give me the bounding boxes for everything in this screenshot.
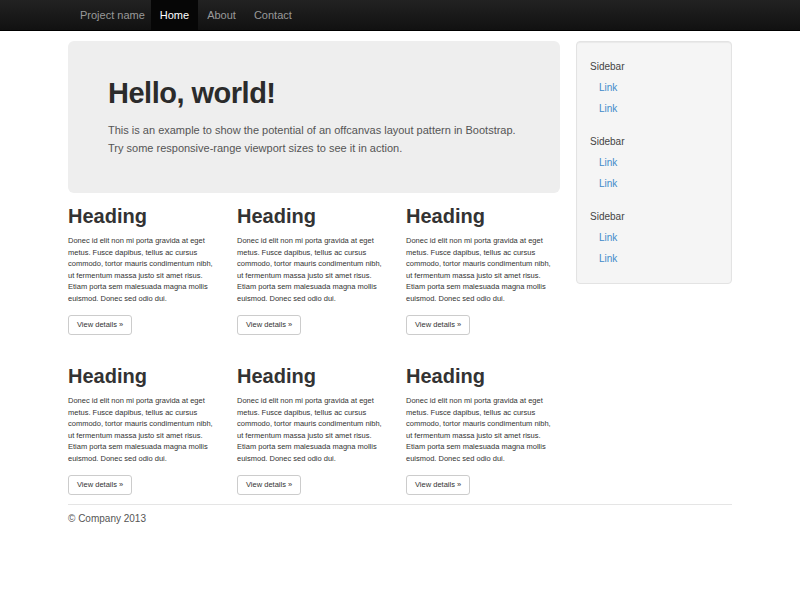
sidebar-link[interactable]: Link [577,77,731,98]
view-details-button[interactable]: View details » [68,315,132,335]
sidebar-group-header: Sidebar [577,56,731,77]
sidebar-link[interactable]: Link [577,248,731,269]
cards-grid: Heading Donec id elit non mi porta gravi… [68,205,560,495]
sidebar-well: Sidebar LinkLink Sidebar LinkLink Sideba… [576,41,732,284]
view-details-button[interactable]: View details » [68,475,132,495]
nav-item-contact[interactable]: Contact [245,0,301,30]
copyright-text: © Company 2013 [68,513,732,524]
card-heading: Heading [237,365,390,387]
nav-item-about[interactable]: About [198,0,245,30]
footer: © Company 2013 [68,504,732,524]
sidebar-link[interactable]: Link [577,227,731,248]
card-body-text: Donec id elit non mi porta gravida at eg… [68,395,218,464]
sidebar-group: Sidebar LinkLink [577,206,731,269]
navbar-brand[interactable]: Project name [68,0,151,30]
navbar-menu: Home About Contact [151,0,301,30]
card-heading: Heading [68,205,221,227]
card-heading: Heading [68,365,221,387]
jumbotron-title: Hello, world! [108,77,520,109]
content-card: Heading Donec id elit non mi porta gravi… [406,365,559,495]
card-body-text: Donec id elit non mi porta gravida at eg… [237,395,387,464]
sidebar-link[interactable]: Link [577,98,731,119]
nav-item: Contact [245,0,301,30]
sidebar: Sidebar LinkLink Sidebar LinkLink Sideba… [576,41,732,495]
view-details-button[interactable]: View details » [406,475,470,495]
card-heading: Heading [406,365,559,387]
card-heading: Heading [406,205,559,227]
card-body-text: Donec id elit non mi porta gravida at eg… [68,235,218,304]
card-body-text: Donec id elit non mi porta gravida at eg… [406,235,556,304]
view-details-button[interactable]: View details » [237,475,301,495]
card-body-text: Donec id elit non mi porta gravida at eg… [406,395,556,464]
jumbotron: Hello, world! This is an example to show… [68,41,560,193]
sidebar-link[interactable]: Link [577,152,731,173]
view-details-button[interactable]: View details » [406,315,470,335]
content-card: Heading Donec id elit non mi porta gravi… [406,205,559,335]
content-card: Heading Donec id elit non mi porta gravi… [68,205,221,335]
content-card: Heading Donec id elit non mi porta gravi… [237,205,390,335]
content-card: Heading Donec id elit non mi porta gravi… [68,365,221,495]
sidebar-group-header: Sidebar [577,131,731,152]
sidebar-link[interactable]: Link [577,173,731,194]
content-card: Heading Donec id elit non mi porta gravi… [237,365,390,495]
view-details-button[interactable]: View details » [237,315,301,335]
sidebar-group-header: Sidebar [577,206,731,227]
navbar: Project name Home About Contact [0,0,800,31]
page: { "navbar": { "brand": "Project name", "… [0,0,800,600]
sidebar-group: Sidebar LinkLink [577,56,731,119]
content-column: Hello, world! This is an example to show… [68,41,560,495]
nav-item: Home [151,0,198,30]
card-body-text: Donec id elit non mi porta gravida at eg… [237,235,387,304]
nav-item-home[interactable]: Home [151,0,198,30]
main-content: Hello, world! This is an example to show… [68,41,732,495]
jumbotron-text: This is an example to show the potential… [108,121,518,157]
footer-divider [68,504,732,505]
card-heading: Heading [237,205,390,227]
nav-item: About [198,0,245,30]
sidebar-group: Sidebar LinkLink [577,131,731,194]
navbar-inner: Project name Home About Contact [68,0,732,30]
